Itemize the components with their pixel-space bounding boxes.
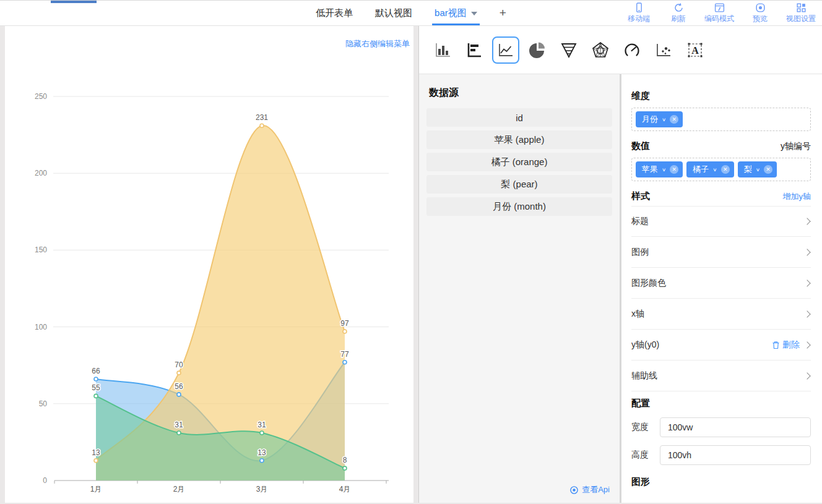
style-item-title[interactable]: 标题 [631, 206, 811, 237]
chevron-right-icon [803, 341, 810, 348]
tab-label: 默认视图 [375, 7, 412, 19]
delete-label: 删除 [782, 340, 800, 351]
chevron-right-icon [803, 310, 810, 317]
value-tag-apple[interactable]: 苹果 ∨ ✕ [636, 161, 683, 177]
svg-text:A: A [691, 45, 699, 56]
code-mode-icon [714, 2, 725, 13]
action-label: 移动端 [628, 14, 650, 24]
code-mode-button[interactable]: 编码模式 [704, 2, 734, 24]
field-item-orange[interactable]: 橘子 (orange) [426, 153, 612, 171]
remove-icon[interactable]: ✕ [670, 115, 678, 124]
hide-editor-link[interactable]: 隐藏右侧编辑菜单 [345, 38, 410, 49]
chevron-down-icon[interactable]: ∨ [712, 167, 717, 173]
add-y-axis-link[interactable]: 增加y轴 [783, 191, 811, 202]
remove-icon[interactable]: ✕ [764, 165, 772, 174]
remove-icon[interactable]: ✕ [721, 165, 730, 174]
style-item-y-axis[interactable]: y轴(y0) 删除 [631, 330, 811, 361]
svg-text:97: 97 [340, 319, 349, 328]
chevron-right-icon [803, 280, 810, 286]
tag-label: 苹果 [642, 164, 658, 175]
value-tag-orange[interactable]: 橘子 ∨ ✕ [686, 161, 733, 177]
preview-button[interactable]: 预览 [746, 2, 774, 24]
add-view-button[interactable]: + [500, 6, 506, 20]
style-title: 样式 [631, 190, 650, 202]
remove-icon[interactable]: ✕ [670, 165, 678, 174]
refresh-icon [673, 2, 684, 13]
svg-text:13: 13 [257, 448, 266, 457]
field-item-apple[interactable]: 苹果 (apple) [426, 130, 612, 149]
chevron-down-icon[interactable]: ∨ [662, 117, 666, 122]
width-label: 宽度 [631, 422, 652, 433]
field-item-id[interactable]: id [426, 108, 612, 127]
chevron-right-icon [803, 218, 810, 224]
tab-label: 低开表单 [316, 7, 353, 19]
datasource-title: 数据源 [429, 87, 610, 100]
chart-type-funnel-icon[interactable] [555, 36, 582, 64]
tab-default-view[interactable]: 默认视图 [375, 1, 412, 25]
dimension-dropzone[interactable]: 月份 ∨ ✕ [631, 108, 811, 131]
chart-type-pie-icon[interactable] [524, 36, 551, 64]
tag-label: 月份 [642, 114, 658, 125]
view-api-link[interactable]: 查看Api [569, 484, 610, 495]
value-dropzone[interactable]: 苹果 ∨ ✕ 橘子 ∨ ✕ 梨 ∨ ✕ [631, 158, 811, 181]
tag-label: 橘子 [693, 164, 709, 175]
field-item-pear[interactable]: 梨 (pear) [426, 175, 612, 194]
view-api-label: 查看Api [582, 484, 610, 495]
action-label: 视图设置 [786, 14, 816, 24]
svg-text:55: 55 [92, 383, 100, 392]
action-label: 刷新 [671, 14, 686, 24]
svg-text:8: 8 [343, 456, 347, 464]
tag-label: 梨 [744, 164, 752, 175]
tab-label: bar视图 [435, 7, 467, 19]
value-tag-pear[interactable]: 梨 ∨ ✕ [738, 161, 777, 177]
svg-text:31: 31 [175, 421, 183, 429]
view-tabs: 低开表单 默认视图 bar视图 + [316, 1, 506, 25]
header-actions: 移动端 刷新 编码模式 预览 [625, 2, 816, 24]
config-title: 配置 [631, 398, 811, 409]
chevron-down-icon[interactable]: ∨ [662, 167, 666, 173]
tab-bar-view[interactable]: bar视图 [435, 1, 477, 25]
svg-text:2月: 2月 [173, 485, 185, 493]
svg-text:13: 13 [92, 448, 100, 457]
svg-text:70: 70 [175, 361, 183, 369]
top-accent-bar [51, 1, 97, 3]
chart-type-scatter-icon[interactable] [650, 36, 677, 64]
mobile-mode-button[interactable]: 移动端 [625, 2, 652, 24]
style-item-colors[interactable]: 图形颜色 [631, 268, 811, 299]
chevron-down-icon[interactable] [471, 12, 477, 15]
y-axis-number-label: y轴编号 [781, 141, 811, 152]
chart-type-radar-icon[interactable] [587, 36, 614, 64]
style-item-guide-lines[interactable]: 辅助线 [631, 361, 811, 391]
style-item-legend[interactable]: 图例 [631, 237, 811, 268]
svg-text:77: 77 [340, 350, 349, 359]
height-input[interactable] [660, 445, 811, 465]
chart-type-horizontal-bar-icon[interactable] [461, 36, 488, 64]
chevron-down-icon[interactable]: ∨ [756, 167, 760, 173]
chart-type-text-icon[interactable]: A [681, 36, 709, 64]
dimension-title: 维度 [631, 90, 811, 102]
delete-y-axis-button[interactable]: 删除 [772, 340, 800, 351]
style-item-x-axis[interactable]: x轴 [631, 299, 811, 330]
option-label: y轴(y0) [631, 340, 659, 351]
dimension-tag-month[interactable]: 月份 ∨ ✕ [636, 111, 683, 127]
height-label: 高度 [631, 450, 652, 461]
field-item-month[interactable]: 月份 (month) [426, 197, 612, 216]
chart-type-gauge-icon[interactable] [618, 36, 646, 64]
view-settings-button[interactable]: 视图设置 [786, 2, 816, 24]
width-input[interactable] [660, 417, 811, 437]
chart-type-line-icon[interactable] [492, 36, 519, 64]
top-header: 低开表单 默认视图 bar视图 + 移动端 刷新 [0, 0, 822, 26]
refresh-button[interactable]: 刷新 [665, 2, 692, 24]
editor-region: A 数据源 id 苹果 (apple) 橘子 (orange) 梨 (pear)… [418, 26, 822, 503]
option-label: 辅助线 [631, 370, 657, 382]
chart-svg[interactable]: 0501001502002501月2月3月4月66561377137023197… [5, 26, 413, 503]
tab-lowcode-form[interactable]: 低开表单 [316, 1, 353, 25]
shape-title: 图形 [631, 476, 811, 488]
datasource-panel: 数据源 id 苹果 (apple) 橘子 (orange) 梨 (pear) 月… [419, 74, 621, 503]
svg-text:250: 250 [35, 92, 47, 101]
chart-type-bar-icon[interactable] [429, 36, 456, 64]
option-label: 图例 [631, 247, 649, 258]
value-title: 数值 [631, 140, 650, 152]
mobile-icon [634, 2, 644, 13]
chart-canvas-panel: 隐藏右侧编辑菜单 0501001502002501月2月3月4月66561377… [5, 26, 413, 503]
